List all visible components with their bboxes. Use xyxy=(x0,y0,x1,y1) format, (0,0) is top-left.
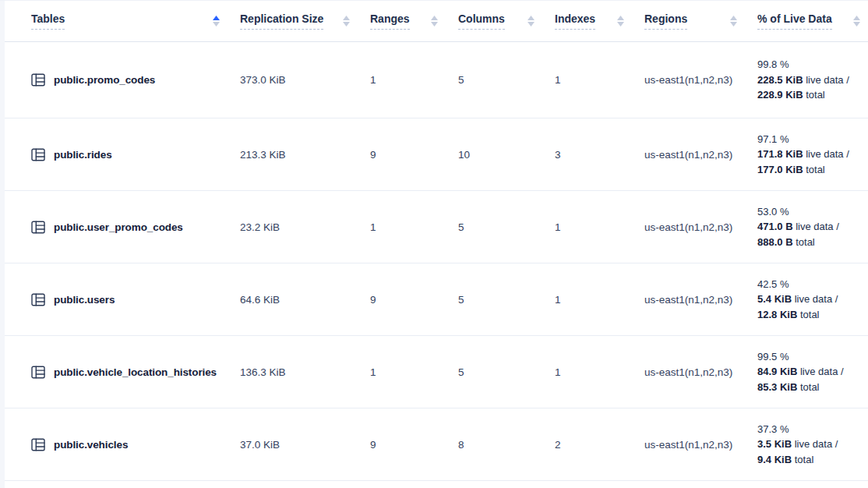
columns-cell: 5 xyxy=(458,294,555,306)
total-data-line: 228.9 KiB total xyxy=(757,87,866,103)
table-row: public.vehicle_location_histories 136.3 … xyxy=(5,336,868,408)
replication-size-cell: 213.3 KiB xyxy=(240,149,370,161)
column-header-tables[interactable]: Tables xyxy=(31,12,240,30)
table-name-cell: public.users xyxy=(31,293,240,306)
live-data-line: 3.5 KiB live data / xyxy=(757,437,866,452)
table-name-link[interactable]: public.vehicle_location_histories xyxy=(54,366,217,378)
regions-cell: us-east1(n1,n2,n3) xyxy=(644,366,757,378)
indexes-cell: 2 xyxy=(555,439,644,451)
sort-icon[interactable] xyxy=(213,16,220,27)
columns-cell: 8 xyxy=(458,439,555,451)
total-data-line: 85.3 KiB total xyxy=(757,380,866,395)
sort-icon[interactable] xyxy=(343,16,350,27)
tables-page: Tables Replication Size Ranges xyxy=(0,0,868,488)
table-body: public.promo_codes 373.0 KiB 1 5 1 us-ea… xyxy=(5,42,868,481)
column-header-label: Ranges xyxy=(370,12,410,30)
replication-size-cell: 64.6 KiB xyxy=(240,294,370,306)
column-header-columns[interactable]: Columns xyxy=(458,12,555,30)
ranges-cell: 9 xyxy=(370,294,458,306)
live-data-cell: 37.3 % 3.5 KiB live data / 9.4 KiB total xyxy=(757,422,866,468)
replication-size-cell: 136.3 KiB xyxy=(240,366,370,378)
live-data-percent: 37.3 % xyxy=(757,422,866,437)
columns-cell: 5 xyxy=(458,366,555,378)
table-row: public.rides 213.3 KiB 9 10 3 us-east1(n… xyxy=(5,118,868,191)
live-data-percent: 99.8 % xyxy=(757,57,866,72)
table-icon xyxy=(31,293,45,306)
sort-icon[interactable] xyxy=(617,16,624,27)
column-header-live-data[interactable]: % of Live Data xyxy=(757,12,866,30)
table-name-link[interactable]: public.rides xyxy=(54,149,112,161)
total-data-line: 177.0 KiB total xyxy=(757,162,866,178)
ranges-cell: 1 xyxy=(370,366,458,378)
sort-icon[interactable] xyxy=(853,16,860,27)
column-header-label: Replication Size xyxy=(240,12,323,30)
table-name-link[interactable]: public.users xyxy=(54,294,115,306)
table-row: public.users 64.6 KiB 9 5 1 us-east1(n1,… xyxy=(5,263,868,336)
total-data-line: 9.4 KiB total xyxy=(757,452,866,468)
live-data-line: 228.5 KiB live data / xyxy=(757,72,866,88)
live-data-cell: 42.5 % 5.4 KiB live data / 12.8 KiB tota… xyxy=(757,277,866,323)
table-icon xyxy=(31,438,45,451)
table-row: public.vehicles 37.0 KiB 9 8 2 us-east1(… xyxy=(5,408,868,481)
ranges-cell: 9 xyxy=(370,439,458,451)
columns-cell: 5 xyxy=(458,74,555,86)
indexes-cell: 1 xyxy=(555,366,644,378)
ranges-cell: 1 xyxy=(370,74,458,86)
live-data-cell: 97.1 % 171.8 KiB live data / 177.0 KiB t… xyxy=(757,132,866,178)
replication-size-cell: 373.0 KiB xyxy=(240,74,370,86)
indexes-cell: 1 xyxy=(555,221,644,233)
column-header-label: Regions xyxy=(644,12,687,30)
total-data-line: 12.8 KiB total xyxy=(757,307,866,323)
regions-cell: us-east1(n1,n2,n3) xyxy=(644,221,757,233)
table-icon xyxy=(31,73,45,87)
table-name-cell: public.promo_codes xyxy=(31,73,240,87)
indexes-cell: 3 xyxy=(555,149,644,161)
columns-cell: 5 xyxy=(458,221,555,233)
table-icon xyxy=(31,221,45,234)
table-name-cell: public.vehicles xyxy=(31,438,240,451)
live-data-cell: 99.8 % 228.5 KiB live data / 228.9 KiB t… xyxy=(757,57,866,103)
regions-cell: us-east1(n1,n2,n3) xyxy=(644,294,757,306)
live-data-percent: 97.1 % xyxy=(757,132,866,147)
indexes-cell: 1 xyxy=(555,74,644,86)
tables-panel: Tables Replication Size Ranges xyxy=(5,1,868,488)
columns-cell: 10 xyxy=(458,149,555,161)
live-data-line: 5.4 KiB live data / xyxy=(757,292,866,307)
live-data-line: 84.9 KiB live data / xyxy=(757,364,866,380)
regions-cell: us-east1(n1,n2,n3) xyxy=(644,74,757,86)
table-name-cell: public.user_promo_codes xyxy=(31,221,240,234)
table-name-link[interactable]: public.vehicles xyxy=(54,439,128,451)
column-header-label: Columns xyxy=(458,12,505,30)
replication-size-cell: 37.0 KiB xyxy=(240,439,370,451)
table-icon xyxy=(31,148,45,161)
live-data-line: 171.8 KiB live data / xyxy=(757,147,866,162)
column-header-replication-size[interactable]: Replication Size xyxy=(240,12,370,30)
replication-size-cell: 23.2 KiB xyxy=(240,221,370,233)
sort-icon[interactable] xyxy=(730,16,737,27)
column-header-label: % of Live Data xyxy=(757,12,832,30)
sort-icon[interactable] xyxy=(431,16,438,27)
table-name-link[interactable]: public.user_promo_codes xyxy=(54,221,183,233)
column-header-regions[interactable]: Regions xyxy=(644,12,757,30)
live-data-percent: 99.5 % xyxy=(757,349,866,365)
regions-cell: us-east1(n1,n2,n3) xyxy=(644,149,757,161)
table-row: public.promo_codes 373.0 KiB 1 5 1 us-ea… xyxy=(5,42,868,118)
table-name-link[interactable]: public.promo_codes xyxy=(54,74,155,86)
table-name-cell: public.rides xyxy=(31,148,240,161)
live-data-line: 471.0 B live data / xyxy=(757,219,866,235)
live-data-cell: 99.5 % 84.9 KiB live data / 85.3 KiB tot… xyxy=(757,349,866,395)
column-header-indexes[interactable]: Indexes xyxy=(555,12,644,30)
total-data-line: 888.0 B total xyxy=(757,235,866,250)
column-header-ranges[interactable]: Ranges xyxy=(370,12,458,30)
table-name-cell: public.vehicle_location_histories xyxy=(31,366,240,379)
indexes-cell: 1 xyxy=(555,294,644,306)
ranges-cell: 9 xyxy=(370,149,458,161)
live-data-percent: 53.0 % xyxy=(757,204,866,220)
live-data-cell: 53.0 % 471.0 B live data / 888.0 B total xyxy=(757,204,866,250)
sort-icon[interactable] xyxy=(528,16,535,27)
ranges-cell: 1 xyxy=(370,221,458,233)
column-header-label: Tables xyxy=(31,12,65,30)
table-row: public.user_promo_codes 23.2 KiB 1 5 1 u… xyxy=(5,191,868,263)
live-data-percent: 42.5 % xyxy=(757,277,866,292)
table-header-row: Tables Replication Size Ranges xyxy=(5,1,868,42)
